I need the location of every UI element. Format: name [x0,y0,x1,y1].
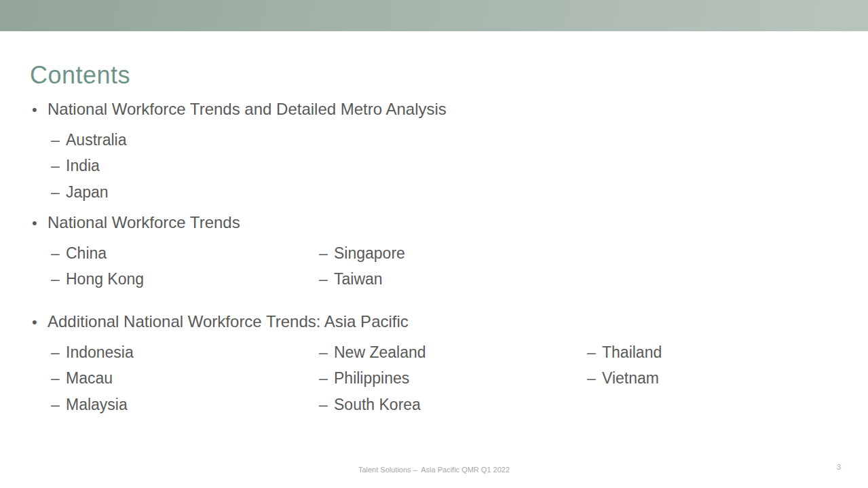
toc-item: –Malaysia [51,392,319,418]
dash-marker: – [319,270,334,288]
page-title: Contents [30,61,130,90]
toc-item: –Indonesia [51,339,319,366]
header-bar [0,0,868,31]
dash-marker: – [319,343,334,362]
section-heading: •National Workforce Trends and Detailed … [0,99,868,120]
toc-item-label: Japan [66,183,109,202]
toc-item: –China [51,240,319,267]
toc-column: –Singapore –Taiwan [319,240,587,293]
toc-section-national: •National Workforce Trends –China –Hong … [0,212,868,293]
toc-item: –India [51,153,319,180]
toc-column: –New Zealand –Philippines –South Korea [319,339,587,418]
section-columns: –Australia –India –Japan [0,127,868,206]
toc-item-label: Australia [66,131,126,149]
toc-item-label: New Zealand [334,343,426,362]
dash-marker: – [51,343,66,362]
dash-marker: – [51,270,66,288]
toc-section-additional-asia-pacific: •Additional National Workforce Trends: A… [0,312,868,418]
dash-marker: – [319,244,334,263]
section-columns: –China –Hong Kong –Singapore –Taiwan [0,240,868,293]
bullet-marker: • [32,312,48,333]
section-heading-text: National Workforce Trends [48,213,240,231]
toc-item-label: India [66,157,100,175]
toc-item-label: China [66,244,107,263]
toc-item-label: Malaysia [66,396,128,414]
toc-item-label: Thailand [602,343,662,362]
toc-item: –Japan [51,179,319,206]
toc-item-label: Taiwan [334,270,383,288]
toc-item: –Australia [51,127,319,153]
dash-marker: – [51,396,66,414]
toc-item: –New Zealand [319,339,587,366]
toc-column: –Thailand –Vietnam [587,339,855,418]
toc-item-label: Macau [66,369,113,388]
toc-item-label: South Korea [334,396,421,414]
toc-item: –Hong Kong [51,267,319,293]
section-heading: •National Workforce Trends [0,212,868,233]
dash-marker: – [51,183,66,202]
footer-text: Talent Solutions – Asia Pacific QMR Q1 2… [0,466,868,474]
dash-marker: – [587,343,602,362]
toc-item: –South Korea [319,392,587,418]
toc-item: –Singapore [319,240,587,267]
toc-item: –Philippines [319,366,587,392]
section-heading-text: National Workforce Trends and Detailed M… [48,100,447,118]
toc-item-label: Indonesia [66,343,134,362]
dash-marker: – [51,157,66,175]
toc-column: –Indonesia –Macau –Malaysia [51,339,319,418]
dash-marker: – [319,369,334,388]
toc-item: –Vietnam [587,366,855,392]
toc-item-label: Vietnam [602,369,659,388]
section-heading: •Additional National Workforce Trends: A… [0,312,868,333]
bullet-marker: • [32,100,48,120]
dash-marker: – [51,244,66,263]
section-heading-text: Additional National Workforce Trends: As… [48,312,409,331]
dash-marker: – [51,131,66,149]
bullet-marker: • [32,213,48,233]
toc-item: –Thailand [587,339,855,366]
slide: Contents •National Workforce Trends and … [0,0,868,488]
toc-column: –China –Hong Kong [51,240,319,293]
section-columns: –Indonesia –Macau –Malaysia –New Zealand… [0,339,868,418]
toc-item: –Macau [51,366,319,392]
dash-marker: – [587,369,602,388]
toc-item-label: Singapore [334,244,405,263]
toc-item: –Taiwan [319,267,587,293]
toc-item-label: Hong Kong [66,270,144,288]
toc-item-label: Philippines [334,369,409,388]
dash-marker: – [319,396,334,414]
dash-marker: – [51,369,66,388]
toc-section-national-metro: •National Workforce Trends and Detailed … [0,99,868,206]
page-number: 3 [837,463,841,471]
toc-column: –Australia –India –Japan [51,127,319,206]
